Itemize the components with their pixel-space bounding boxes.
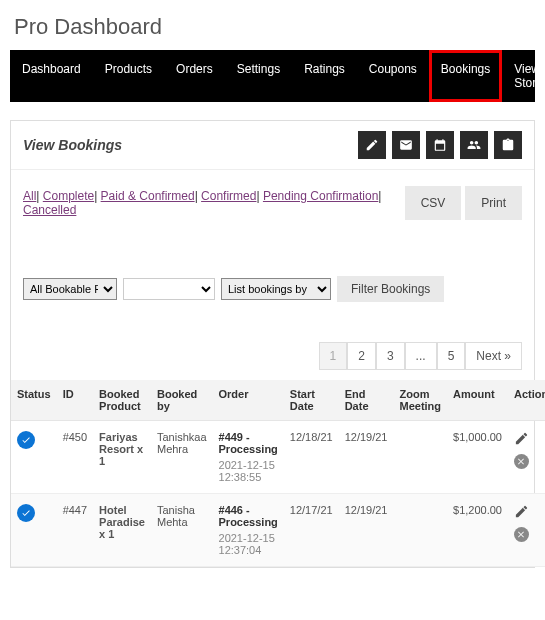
- filter-complete[interactable]: Complete: [43, 189, 94, 203]
- filter-paid-confirmed[interactable]: Paid & Confirmed: [101, 189, 195, 203]
- cell-zoom: [393, 494, 447, 567]
- cell-bookedby: Tanishkaa Mehra: [151, 421, 213, 494]
- col-actions: Actions: [508, 380, 545, 421]
- col-enddate: End Date: [339, 380, 394, 421]
- delete-row-icon[interactable]: [514, 527, 529, 542]
- csv-button[interactable]: CSV: [405, 186, 462, 220]
- col-product: Booked Product: [93, 380, 151, 421]
- panel-title: View Bookings: [23, 137, 122, 153]
- cell-product: Fariyas Resort x 1: [93, 421, 151, 494]
- page-title: Pro Dashboard: [0, 0, 545, 50]
- cell-startdate: 12/18/21: [284, 421, 339, 494]
- edit-icon[interactable]: [358, 131, 386, 159]
- panel-header: View Bookings: [11, 121, 534, 170]
- table-row: #450 Fariyas Resort x 1 Tanishkaa Mehra …: [11, 421, 545, 494]
- filter-all[interactable]: All: [23, 189, 36, 203]
- print-button[interactable]: Print: [465, 186, 522, 220]
- col-startdate: Start Date: [284, 380, 339, 421]
- clipboard-icon[interactable]: [494, 131, 522, 159]
- filter-pending[interactable]: Pending Confirmation: [263, 189, 378, 203]
- filter-cancelled[interactable]: Cancelled: [23, 203, 76, 217]
- nav-products[interactable]: Products: [93, 50, 164, 102]
- cell-id: #450: [57, 421, 93, 494]
- filter-bookings-button[interactable]: Filter Bookings: [337, 276, 444, 302]
- cell-amount: $1,000.00: [447, 421, 508, 494]
- cell-enddate: 12/19/21: [339, 421, 394, 494]
- nav-bookings[interactable]: Bookings: [429, 50, 502, 102]
- table-row: #447 Hotel Paradise x 1 Tanisha Mehta #4…: [11, 494, 545, 567]
- cell-enddate: 12/19/21: [339, 494, 394, 567]
- nav-dashboard[interactable]: Dashboard: [10, 50, 93, 102]
- controls-row: All Bookable Products List bookings by F…: [11, 226, 534, 312]
- nav-settings[interactable]: Settings: [225, 50, 292, 102]
- bookings-table: Status ID Booked Product Booked by Order…: [11, 380, 545, 567]
- list-by-select[interactable]: List bookings by: [221, 278, 331, 300]
- cell-product: Hotel Paradise x 1: [93, 494, 151, 567]
- cell-amount: $1,200.00: [447, 494, 508, 567]
- page-ellipsis: ...: [405, 342, 437, 370]
- col-status: Status: [11, 380, 57, 421]
- cell-order: #446 - Processing2021-12-15 12:37:04: [213, 494, 284, 567]
- col-amount: Amount: [447, 380, 508, 421]
- edit-row-icon[interactable]: [514, 504, 529, 521]
- nav-ratings[interactable]: Ratings: [292, 50, 357, 102]
- pagination: 1 2 3 ... 5 Next »: [11, 312, 534, 380]
- nav-coupons[interactable]: Coupons: [357, 50, 429, 102]
- cell-zoom: [393, 421, 447, 494]
- nav-orders[interactable]: Orders: [164, 50, 225, 102]
- col-zoom: Zoom Meeting: [393, 380, 447, 421]
- page-next[interactable]: Next »: [465, 342, 522, 370]
- page-3[interactable]: 3: [376, 342, 405, 370]
- export-buttons: CSV Print: [405, 186, 522, 220]
- users-icon[interactable]: [460, 131, 488, 159]
- cell-bookedby: Tanisha Mehta: [151, 494, 213, 567]
- delete-row-icon[interactable]: [514, 454, 529, 469]
- page-5[interactable]: 5: [437, 342, 466, 370]
- top-nav: Dashboard Products Orders Settings Ratin…: [10, 50, 535, 102]
- header-icon-buttons: [358, 131, 522, 159]
- col-id: ID: [57, 380, 93, 421]
- filter-confirmed[interactable]: Confirmed: [201, 189, 256, 203]
- calendar-icon[interactable]: [426, 131, 454, 159]
- filters-row: All| Complete| Paid & Confirmed| Confirm…: [11, 170, 534, 226]
- product-select[interactable]: All Bookable Products: [23, 278, 117, 300]
- status-check-icon: [17, 431, 35, 449]
- nav-viewstore[interactable]: View Store: [502, 50, 545, 102]
- col-order: Order: [213, 380, 284, 421]
- page-2[interactable]: 2: [347, 342, 376, 370]
- cell-startdate: 12/17/21: [284, 494, 339, 567]
- page-1[interactable]: 1: [319, 342, 348, 370]
- status-check-icon: [17, 504, 35, 522]
- secondary-select[interactable]: [123, 278, 215, 300]
- mail-icon[interactable]: [392, 131, 420, 159]
- cell-order: #449 - Processing2021-12-15 12:38:55: [213, 421, 284, 494]
- bookings-panel: View Bookings All| Complete| Paid & Conf…: [10, 120, 535, 568]
- col-bookedby: Booked by: [151, 380, 213, 421]
- status-filter-links: All| Complete| Paid & Confirmed| Confirm…: [23, 189, 405, 217]
- edit-row-icon[interactable]: [514, 431, 529, 448]
- cell-id: #447: [57, 494, 93, 567]
